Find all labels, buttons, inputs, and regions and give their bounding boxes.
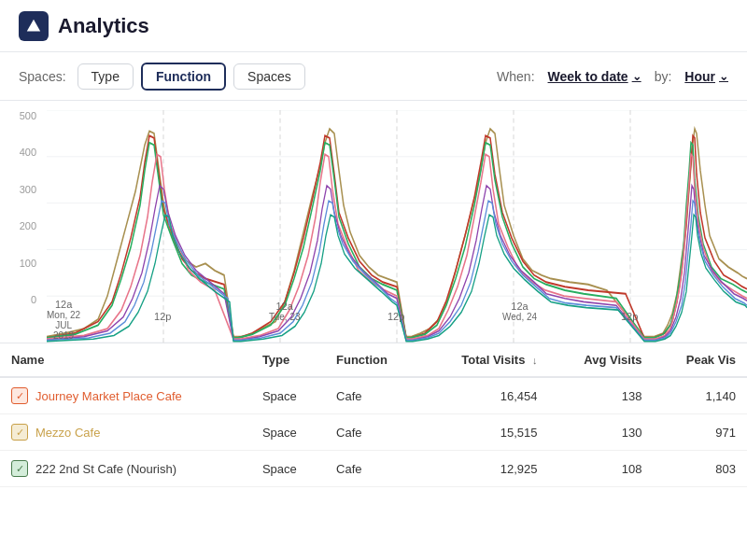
when-label: When: [497,69,534,84]
row-1-function: Cafe [325,377,421,414]
col-type: Type [251,343,325,377]
spaces-label: Spaces: [19,69,66,84]
hour-value: Hour [684,69,715,84]
x-label-12p-3: 12p [621,311,638,322]
y-axis: 500 400 300 200 100 0 [0,110,42,305]
row-1-link[interactable]: Journey Market Place Cafe [35,389,182,403]
filter-type-button[interactable]: Type [78,63,134,90]
filter-function-button[interactable]: Function [141,63,226,91]
row-3-total: 12,925 [421,451,549,487]
x-axis: 12a Mon, 22 JUL 2019 12p 12a Tue, 23 12p… [47,305,747,343]
col-name: Name [0,343,251,377]
table-row: ✓ 222 2nd St Cafe (Nourish) Space Cafe 1… [0,451,747,487]
row-1-total: 16,454 [421,377,549,414]
col-function: Function [325,343,421,377]
logo-icon [25,18,42,35]
data-table-section: Name Type Function Total Visits ↓ Avg Vi… [0,343,747,560]
row-3-peak: 803 [654,451,748,487]
x-label-12a-tue: 12a Tue, 23 [269,301,301,322]
row-3-indicator: ✓ [11,460,28,477]
y-label-500: 500 [0,110,42,121]
sort-icon: ↓ [532,355,538,366]
filter-spaces-button[interactable]: Spaces [233,63,305,90]
row-1-avg: 138 [549,377,654,414]
row-2-link[interactable]: Mezzo Cafe [35,426,100,440]
row-1-indicator: ✓ [11,387,28,404]
app-header: Analytics [0,0,747,52]
data-table: Name Type Function Total Visits ↓ Avg Vi… [0,343,747,487]
row-3-function: Cafe [325,451,421,487]
col-total-visits[interactable]: Total Visits ↓ [421,343,549,377]
y-label-0: 0 [0,294,42,305]
when-value: Week to date [548,69,628,84]
row-2-total: 15,515 [421,414,549,451]
x-label-12a-wed: 12a Wed, 24 [502,301,537,322]
table-row: ✓ Mezzo Cafe Space Cafe 15,515 130 971 [0,414,747,451]
row-2-name: ✓ Mezzo Cafe [0,414,251,451]
when-chevron-icon: ⌄ [632,70,641,83]
row-2-indicator: ✓ [11,424,28,441]
y-label-200: 200 [0,220,42,231]
row-3-name: ✓ 222 2nd St Cafe (Nourish) [0,451,251,487]
x-label-12p-2: 12p [388,311,404,322]
row-3-link[interactable]: 222 2nd St Cafe (Nourish) [35,462,176,476]
by-label: by: [655,69,672,84]
hour-chevron-icon: ⌄ [719,70,728,83]
toolbar: Spaces: Type Function Spaces When: Week … [0,52,747,101]
when-dropdown[interactable]: Week to date ⌄ [548,69,641,84]
col-avg-visits: Avg Visits [549,343,654,377]
app-logo [19,11,49,41]
row-2-peak: 971 [654,414,748,451]
y-label-100: 100 [0,258,42,269]
table-row: ✓ Journey Market Place Cafe Space Cafe 1… [0,377,747,414]
row-1-name: ✓ Journey Market Place Cafe [0,377,251,414]
row-2-function: Cafe [325,414,421,451]
table-body: ✓ Journey Market Place Cafe Space Cafe 1… [0,377,747,487]
hour-dropdown[interactable]: Hour ⌄ [684,69,728,84]
row-1-peak: 1,140 [654,377,748,414]
col-peak-visits: Peak Vis [654,343,748,377]
y-label-400: 400 [0,147,42,158]
row-2-avg: 130 [549,414,654,451]
x-label-12p-1: 12p [154,311,171,322]
x-label-12a-mon: 12a Mon, 22 JUL 2019 [47,299,80,341]
row-3-type: Space [251,451,325,487]
row-3-avg: 108 [549,451,654,487]
table-header: Name Type Function Total Visits ↓ Avg Vi… [0,343,747,377]
y-label-300: 300 [0,184,42,195]
chart-area: 500 400 300 200 100 0 [0,101,747,343]
row-2-type: Space [251,414,325,451]
row-1-type: Space [251,377,325,414]
app-title: Analytics [58,14,149,38]
